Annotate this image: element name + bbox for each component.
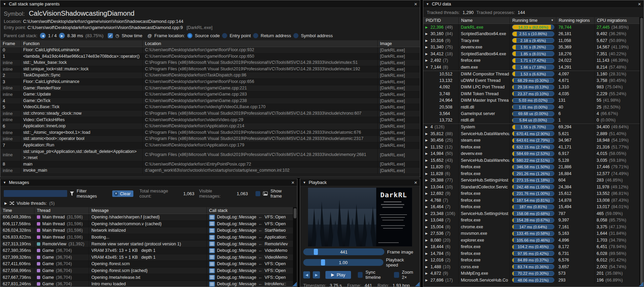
callstack-button[interactable] xyxy=(209,255,215,260)
message-row[interactable]: 626,024,328ns Main thread (31,596) Netwo… xyxy=(0,227,297,234)
expand-icon[interactable]: ▶ xyxy=(425,218,429,222)
radio-return-address[interactable] xyxy=(253,33,258,38)
cpu-process-row[interactable]: 24,964 DWM Master Input Threa 5.03 ms (0… xyxy=(423,97,640,104)
expand-icon[interactable]: ▶ xyxy=(425,52,429,56)
message-row[interactable]: 627,667,736ns Game (36,704) Opening /met… xyxy=(0,274,297,281)
close-icon[interactable]: × xyxy=(414,1,417,6)
cpu-scrollbar-thumb[interactable] xyxy=(640,18,643,285)
expand-icon[interactable]: ▶ xyxy=(4,201,7,205)
message-row[interactable]: 626,833,622ns Main thread (31,596) Booti… xyxy=(0,234,297,241)
collapse-icon[interactable]: ▼ xyxy=(3,181,6,184)
callstack-row[interactable]: 0 Floor::CalcLightNoLuminance C:\Users\w… xyxy=(0,47,420,54)
collapse-icon[interactable]: ▼ xyxy=(3,2,6,6)
callstack-button[interactable] xyxy=(209,275,215,280)
resize-grip[interactable] xyxy=(415,282,420,286)
cpu-process-row[interactable]: ▶ 29,388 (77) ServiceHub.SettingsHost 27… xyxy=(423,177,640,184)
prev-callstack-button[interactable]: ◀ xyxy=(40,33,46,39)
expand-icon[interactable]: ▶ xyxy=(425,265,429,269)
cpu-process-row[interactable]: ▼ 7,144 (8) dwm.exe 1.66 s (7.18%) 14,29… xyxy=(423,64,640,71)
expand-icon[interactable]: ▶ xyxy=(425,39,429,42)
symbol-location[interactable]: C:\Users\wolf\Desktop\darkrl\src\game\vi… xyxy=(23,19,183,24)
zoom-2x-checkbox[interactable] xyxy=(394,272,399,278)
callstack-row[interactable]: 1 <lambda_84a19dc444fae966ca174e83e708bd… xyxy=(0,54,420,60)
callstack-button[interactable] xyxy=(209,221,215,226)
cpu-process-row[interactable]: ▶ 14,984 (50) devenv.exe 584.69 ms (2.53… xyxy=(423,150,640,157)
col-running-regions[interactable]: Running regions xyxy=(556,17,595,24)
close-icon[interactable]: × xyxy=(414,180,417,185)
radio-source-code[interactable] xyxy=(187,33,192,38)
expand-icon[interactable]: ▶ xyxy=(425,178,429,182)
callstack-row[interactable]: 6 Application::InnerLoop C:\Users\wolf\D… xyxy=(0,123,420,130)
cpu-process-row[interactable]: ▶ 4,872 (9) MsMpEng.exe 70.22 ms (0.30%)… xyxy=(423,270,640,277)
expand-icon[interactable]: ▶ xyxy=(425,212,429,215)
cpu-process-row[interactable]: 13,732 ntdll.dll 5.84 us (0.00%) 1 0 (0.… xyxy=(423,117,640,124)
col-cpu-migrations[interactable]: CPU migrations xyxy=(595,17,640,24)
cpu-process-row[interactable]: ▶ 11,828 (6) firefox.exe 291.26 ms (1.26… xyxy=(423,170,640,177)
cpu-process-row[interactable]: ▶ 22,396 (49) DarkRL.exe 14.33 s (62.06%… xyxy=(423,24,640,31)
messages-scrollbar-thumb[interactable] xyxy=(294,208,296,218)
callstack-button[interactable] xyxy=(209,261,215,267)
cpu-process-row[interactable]: ▶ 11,820 (9) firefox.exe 346.58 ms (1.50… xyxy=(423,164,640,171)
expand-icon[interactable]: ▶ xyxy=(425,172,429,175)
callstack-button[interactable] xyxy=(209,282,215,287)
close-icon[interactable]: × xyxy=(638,1,641,6)
expand-icon[interactable]: ▶ xyxy=(425,258,429,262)
cpu-process-row[interactable]: ▶ 1,488 (10) csrss.exe 83.74 ms (0.36%) … xyxy=(423,263,640,270)
callstack-button[interactable] xyxy=(209,268,215,273)
cpu-process-row[interactable]: ▶ 15,004 (8) chrome.exe 147 ms (0.64%) 7… xyxy=(423,224,640,230)
visible-threads-row[interactable]: ▶ Visible threads: (5) xyxy=(0,200,297,207)
callstack-row[interactable]: inline std::_Atomic_storage<bool,1>::loa… xyxy=(0,130,420,136)
close-icon[interactable]: × xyxy=(291,180,294,185)
cpu-process-row[interactable]: ▶ 4 (126) System 1.55 s (6.70%) 69,294 3… xyxy=(423,124,640,131)
cpu-scrollbar[interactable] xyxy=(640,17,643,287)
expand-icon[interactable]: ▶ xyxy=(425,232,429,235)
cpu-process-row[interactable]: ▶ 13,048 (7) firefox.exe 154.28 ms (0.67… xyxy=(423,217,640,224)
expand-icon[interactable]: ▼ xyxy=(425,66,429,69)
cpu-process-row[interactable]: 3,564 GameInput server 69.68 us (0.00%) … xyxy=(423,111,640,117)
message-row[interactable]: 627,399,326ns Game (36,704) VRAM 43x45: … xyxy=(0,254,297,261)
col-name[interactable]: Name xyxy=(459,17,510,24)
col-running-time[interactable]: Running time ▼ xyxy=(510,17,556,24)
clear-button[interactable]: ✕ Clear xyxy=(112,190,133,197)
expand-icon[interactable]: ▶ xyxy=(425,32,429,35)
callstack-row[interactable]: inline invoke_main d:\agent\_work\63\s\s… xyxy=(0,168,420,174)
show-frame-checkbox[interactable] xyxy=(255,191,261,196)
callstack-row[interactable]: inline std::chrono::steady_clock::now C:… xyxy=(0,111,420,117)
messages-scrollbar[interactable] xyxy=(293,207,297,287)
cpu-process-row[interactable]: ▶ 4,768 (7) firefox.exe 187.54 ms (0.81%… xyxy=(423,197,640,204)
sync-timeline-checkbox[interactable] xyxy=(358,272,363,278)
cpu-process-row[interactable]: ▶ 10,316 (9) Tracy.exe 2.18 s (9.45%) 11… xyxy=(423,37,640,44)
expand-icon[interactable]: ▶ xyxy=(425,132,429,135)
message-row[interactable]: 627,313,190ns RemoteView (31,392) Remote… xyxy=(0,241,297,247)
callstack-row[interactable]: inline Video::GetTicksHiRes C:\Users\wol… xyxy=(0,117,420,124)
expand-icon[interactable]: ▶ xyxy=(425,272,429,275)
radio-symbol-address[interactable] xyxy=(293,33,298,38)
expand-icon[interactable]: ▶ xyxy=(425,145,429,149)
cpu-process-row[interactable]: 20,508 ntdll.dll 1.01 ms (0.00%) 40 25 (… xyxy=(423,104,640,111)
callstack-row[interactable]: inline std::unique_ptr<Application,std::… xyxy=(0,149,420,161)
cpu-process-row[interactable]: ▶ 18,444 (6) firefox.exe 104.2 ms (0.45%… xyxy=(423,244,640,250)
callstack-row[interactable]: 7 Application::Run C:\Users\wolf\Desktop… xyxy=(0,142,420,149)
expand-icon[interactable]: ▶ xyxy=(425,26,429,29)
expand-icon[interactable]: ▶ xyxy=(425,45,429,49)
cpu-process-row[interactable]: ▶ 13,044 (10) StandardCollector.Servic 2… xyxy=(423,184,640,190)
cpu-process-row[interactable]: ▶ 23,348 (106) ServiceHub.SettingsHost 1… xyxy=(423,210,640,217)
message-row[interactable]: 627,831,246ns Game (36,704) Intro menu l… xyxy=(0,281,297,287)
message-row[interactable]: 627,380,356ns Game (36,704) VRAM 37x45: … xyxy=(0,247,297,254)
col-pid-tid[interactable]: PID/TID xyxy=(423,17,459,24)
filter-input[interactable] xyxy=(4,190,67,197)
callstack-button[interactable] xyxy=(209,228,215,233)
expand-icon[interactable]: ▶ xyxy=(425,125,429,129)
expand-icon[interactable]: ▶ xyxy=(425,192,429,195)
cpu-process-row[interactable]: ▶ 35,812 (88) ServiceHub.DataWarehou 670… xyxy=(423,130,640,137)
expand-icon[interactable]: ▶ xyxy=(425,278,429,282)
cpu-process-row[interactable]: 13,132 uDWM Event Thread 68.29 ms (0.30%… xyxy=(423,77,640,84)
callstack-row[interactable]: inline Game::RenderFloor C:\Users\wolf\D… xyxy=(0,85,420,92)
cpu-process-row[interactable]: ▶ 27,696 (17) Microsoft.ServiceHub.Co 48… xyxy=(423,277,640,284)
cpu-process-row[interactable]: ▶ 11,152 (12) firefox.exe 632.15 ms (2.7… xyxy=(423,144,640,150)
cpu-process-row[interactable]: ▶ 12,692 (9) firefox.exe 231.76 ms (1.00… xyxy=(423,190,640,197)
expand-icon[interactable]: ▶ xyxy=(425,252,429,255)
collapse-icon[interactable]: ▼ xyxy=(303,181,306,184)
step-forward-button[interactable]: ▶ xyxy=(313,271,320,278)
expand-icon[interactable]: ▶ xyxy=(425,225,429,229)
